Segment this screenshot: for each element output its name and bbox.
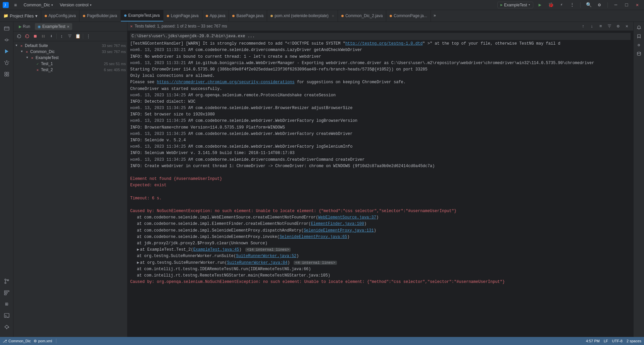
console-filter[interactable] bbox=[606, 22, 613, 30]
log-link-stack1[interactable]: WebElementSource.java:37 bbox=[318, 215, 376, 220]
right-panel-database[interactable] bbox=[635, 49, 643, 58]
log-link-stack4[interactable]: SelenideElementProxy.java:65 bbox=[280, 235, 347, 239]
sidebar-icon-structure[interactable] bbox=[1, 287, 12, 298]
log-info-selenium: INFO: Selenium WebDriver v. 3.141.59 bui… bbox=[130, 150, 631, 156]
tree-label-exampletest: ExampleTest bbox=[36, 55, 125, 60]
tab-exampletest[interactable]: ExampleTest.java bbox=[121, 10, 163, 21]
tab-label: pom.xml (selenide-boilerplate) bbox=[275, 13, 329, 18]
tab-close-icon[interactable]: ✕ bbox=[332, 14, 334, 18]
console-scroll-down[interactable]: ↓ bbox=[588, 22, 596, 30]
log-stack-6-collapse: ▶at ExampleTest.Test_2(ExampleTest.java:… bbox=[130, 247, 631, 253]
menu-project[interactable]: Common_Dic ▾ bbox=[21, 2, 56, 8]
app-logo[interactable]: J bbox=[3, 2, 9, 8]
tree-item-common-dic[interactable]: ▼ ✕ Common_Dic 33 sec 767 ms bbox=[13, 49, 127, 55]
debug-button[interactable]: 🐞 bbox=[547, 1, 555, 9]
status-line-col[interactable]: 4:57 PM bbox=[586, 339, 600, 343]
tree-arrow-empty bbox=[31, 62, 34, 65]
filter-button[interactable] bbox=[66, 33, 73, 40]
status-indent[interactable]: 2 spaces bbox=[627, 339, 641, 343]
sidebar-icon-terminal[interactable] bbox=[1, 310, 12, 321]
tab-commonpage[interactable]: CommonPage.ja... bbox=[386, 10, 431, 21]
settings-button[interactable]: ⚙ bbox=[595, 1, 603, 9]
run-tab-run[interactable]: ▶ Run bbox=[16, 23, 33, 30]
sidebar-icon-run[interactable] bbox=[1, 46, 12, 57]
run-tab-close-icon[interactable]: ✕ bbox=[67, 25, 69, 29]
run-button[interactable]: ▶ bbox=[536, 1, 544, 9]
tab-loginpage[interactable]: LoginPage.java bbox=[163, 10, 202, 21]
tree-item-test1[interactable]: ✓ Test_1 25 sec 51 ms bbox=[13, 61, 127, 67]
tab-common-dic2[interactable]: Common_Dic_2.java bbox=[338, 10, 386, 21]
svg-text:J: J bbox=[4, 3, 6, 7]
minimize-button[interactable]: ─ bbox=[612, 1, 620, 9]
tab-pagebuilder[interactable]: PageBuilder.java bbox=[80, 10, 121, 21]
status-build[interactable]: ⚙ pom.xml bbox=[34, 339, 52, 343]
log-link-testng[interactable]: http://testng.org/testng-1.0.dtd bbox=[345, 41, 423, 46]
log-stack-10: at com.intellij.rt.testng.RemoteTestNGSt… bbox=[130, 273, 631, 279]
sidebar-icon-git[interactable] bbox=[1, 276, 12, 287]
tree-icon-error: ✕ bbox=[24, 49, 29, 54]
menu-hamburger[interactable]: ≡ bbox=[11, 2, 19, 8]
tree-item-test2[interactable]: ✕ Test_2 6 sec 405 ms bbox=[13, 67, 127, 73]
coverage-button[interactable]: ⚡ bbox=[557, 1, 565, 9]
log-link-stack7[interactable]: SuiteRunnerWorker.java:52 bbox=[236, 254, 296, 258]
log-link-stack6[interactable]: ExampleTest.java:45 bbox=[193, 247, 239, 252]
more-run-options[interactable]: ⋮ bbox=[568, 1, 576, 9]
tree-arrow: ▼ bbox=[20, 50, 23, 53]
log-stack-8-collapse: ▶at org.testng.SuiteRunnerWorker.run(Sui… bbox=[130, 260, 631, 266]
tab-appconfig[interactable]: AppConfig.java bbox=[41, 10, 80, 21]
console-status-text: Tests failed: 1, passed: 1 of 2 tests – … bbox=[135, 24, 227, 29]
menu-vcs[interactable]: Version control ▾ bbox=[57, 2, 94, 8]
tree-item-exampletest[interactable]: ▼ ✕ ExampleTest bbox=[13, 55, 127, 61]
log-link-stack8[interactable]: SuiteRunnerWorker.java:84 bbox=[227, 260, 287, 265]
console-scroll-up[interactable]: ↑ bbox=[580, 22, 587, 30]
restore-button[interactable]: □ bbox=[623, 1, 631, 9]
status-line-ending[interactable]: LF bbox=[604, 339, 608, 343]
sidebar-icon-debug[interactable] bbox=[1, 57, 12, 68]
pause-button[interactable] bbox=[40, 33, 47, 40]
collapse-arrow-2[interactable]: ▶ bbox=[137, 260, 139, 266]
more-options-button[interactable]: ⋮ bbox=[85, 33, 92, 40]
run-config-icon: ▶ bbox=[500, 3, 503, 7]
right-panel-notifications[interactable] bbox=[635, 23, 643, 32]
tab-basepage[interactable]: BasePage.java bbox=[229, 10, 267, 21]
close-window-button[interactable]: ✕ bbox=[633, 1, 641, 9]
console-gear[interactable]: ⚙ bbox=[614, 22, 622, 30]
sidebar-icon-project[interactable] bbox=[1, 23, 12, 34]
tree-time-default-suite: 33 sec 767 ms bbox=[102, 44, 126, 48]
right-panel-gradle[interactable]: ⚙ bbox=[635, 41, 643, 49]
tree-item-default-suite[interactable]: ▼ ✕ Default Suite 33 sec 767 ms bbox=[13, 43, 127, 49]
svg-rect-17 bbox=[34, 35, 37, 38]
project-files-button[interactable]: 📁 Project Files ▾ bbox=[0, 10, 41, 21]
console-close[interactable]: ✕ bbox=[623, 22, 631, 30]
log-date-8: ноя6. 13, 2023 11:34:25 AM com.codeborne… bbox=[130, 157, 631, 163]
sidebar-icon-services[interactable] bbox=[1, 69, 12, 80]
log-link-stack2[interactable]: ElementFinder.java:100 bbox=[311, 221, 364, 226]
sidebar-icon-plugins[interactable]: ⊞ bbox=[1, 299, 12, 309]
sidebar-icon-learn[interactable] bbox=[1, 322, 12, 332]
rerun-button[interactable] bbox=[15, 33, 23, 40]
tab-pomxml[interactable]: pom.xml (selenide-boilerplate) ✕ bbox=[267, 10, 338, 21]
svg-rect-6 bbox=[5, 72, 6, 74]
search-everywhere-button[interactable]: 🔍 bbox=[585, 1, 593, 9]
run-tab-exampletest[interactable]: ◉ ExampleTest ✕ bbox=[35, 23, 72, 30]
svg-rect-18 bbox=[42, 35, 43, 38]
log-error-expected: Expected: exist bbox=[130, 182, 631, 189]
export-button[interactable]: 📋 bbox=[74, 33, 82, 40]
log-link-stack3[interactable]: SelenideElementProxy.java:131 bbox=[304, 228, 374, 233]
rerun-failed-button[interactable] bbox=[23, 33, 31, 40]
dump-threads-button[interactable]: ⬇ bbox=[48, 33, 55, 40]
tab-app[interactable]: App.java bbox=[202, 10, 229, 21]
separator bbox=[580, 2, 581, 8]
run-config-selector[interactable]: ▶ ExampleTest ▾ bbox=[497, 2, 533, 8]
stop-button[interactable] bbox=[32, 33, 39, 40]
sort-button[interactable]: ↕ bbox=[58, 33, 65, 40]
log-blank-3 bbox=[130, 202, 631, 208]
status-git-branch[interactable]: ⎇ Common_Dic bbox=[3, 339, 31, 343]
tabs-overflow-button[interactable]: » bbox=[431, 13, 439, 18]
console-soft-wrap[interactable]: ≡ bbox=[597, 22, 604, 30]
right-panel-bookmark[interactable] bbox=[635, 32, 643, 41]
collapse-arrow-1[interactable]: ▶ bbox=[137, 247, 139, 253]
sidebar-icon-commit[interactable] bbox=[1, 35, 12, 45]
log-link-security[interactable]: https://chromedriver.chromium.org/securi… bbox=[157, 80, 294, 85]
status-encoding[interactable]: UTF-8 bbox=[612, 339, 623, 343]
